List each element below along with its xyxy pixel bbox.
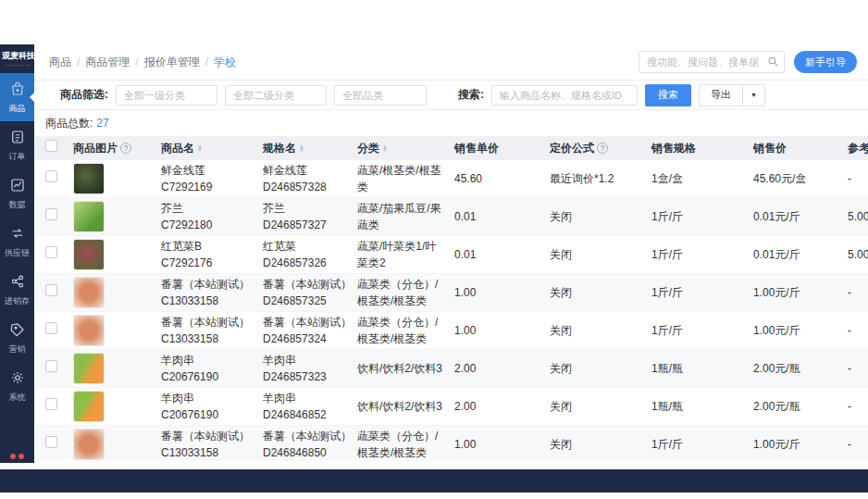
spec-name: 番薯（本站测试）	[263, 428, 350, 444]
product-image[interactable]	[73, 391, 105, 422]
sidebar-item-goods[interactable]: 商品	[0, 73, 34, 121]
col-formula-label: 定价公式	[550, 140, 594, 156]
product-category: 蔬菜/叶菜类1/叶菜类2	[353, 236, 451, 273]
category-level1-select[interactable]: 全部一级分类	[116, 85, 217, 106]
product-image[interactable]	[73, 239, 105, 270]
ref-cost: -	[844, 434, 868, 455]
product-name: 番薯（本站测试）	[161, 428, 255, 444]
table-row[interactable]: 芥兰 C7292180 芥兰 D246857327 蔬菜/茄果瓜豆/果蔬类 0.…	[34, 198, 868, 236]
export-button[interactable]: 导出	[699, 84, 743, 106]
breadcrumb-quotation-management[interactable]: 报价单管理	[144, 55, 200, 70]
sidebar-item-supply-chain[interactable]: 供应链	[0, 218, 34, 266]
table-row[interactable]: 番薯（本站测试） C13033158 番薯（本站测试） D246857324 蔬…	[34, 312, 868, 350]
product-category: 饮料/饮料2/饮料3	[353, 358, 451, 379]
spec-name: 红苋菜	[263, 238, 350, 255]
category-type-select[interactable]: 全部品类	[334, 85, 427, 106]
row-checkbox[interactable]	[45, 170, 57, 182]
tag-icon	[9, 321, 26, 341]
pricing-formula: 关闭	[546, 244, 648, 265]
product-image[interactable]	[73, 429, 105, 460]
breadcrumb-current-school: 学校	[214, 55, 236, 70]
beginner-guide-button[interactable]: 新手引导	[794, 51, 857, 73]
table-row[interactable]: 鲜金线莲 C7292169 鲜金线莲 D246857328 蔬菜/根茎类/根茎类…	[34, 160, 868, 198]
table-row[interactable]: 番薯（本站测试） C13033158 番薯（本站测试） D246857325 蔬…	[34, 274, 868, 312]
breadcrumb-separator: /	[205, 56, 208, 69]
sort-arrows-icon: ▲▼	[197, 144, 203, 152]
col-ref-cost-label: 参考成本价	[844, 138, 868, 158]
product-name: 芥兰	[161, 200, 255, 217]
sidebar-item-inventory[interactable]: 进销存	[0, 266, 34, 314]
row-checkbox[interactable]	[45, 246, 57, 258]
col-name-label: 商品名	[161, 140, 194, 156]
sidebar-item-marketing[interactable]: 营销	[0, 314, 34, 362]
filter-bar: 商品筛选: 全部一级分类 全部二级分类 全部品类 搜索: 搜索 导出 ▼	[34, 81, 868, 110]
share-nodes-icon	[9, 273, 26, 293]
global-help-search	[639, 51, 785, 73]
table-body: 鲜金线莲 C7292169 鲜金线莲 D246857328 蔬菜/根茎类/根茎类…	[34, 160, 868, 461]
product-image[interactable]	[73, 277, 105, 308]
breadcrumb-goods[interactable]: 商品	[49, 55, 71, 70]
help-question-icon[interactable]: ?	[120, 143, 131, 154]
select-all-checkbox[interactable]	[45, 140, 57, 152]
product-image[interactable]	[73, 163, 105, 194]
spec-name: 羊肉串	[263, 352, 350, 368]
category-level2-select[interactable]: 全部二级分类	[225, 85, 327, 106]
row-checkbox[interactable]	[45, 322, 57, 334]
col-category-sortable[interactable]: 分类 ▲▼	[353, 138, 451, 158]
gear-icon	[9, 369, 26, 389]
unit-price: 0.01	[451, 206, 546, 227]
sidebar: 观麦科技 商品 订单 数据	[0, 44, 34, 463]
export-caret-button[interactable]: ▼	[743, 84, 765, 106]
col-sale-price-label: 销售价	[750, 138, 844, 158]
taskbar	[0, 469, 868, 493]
table-row[interactable]: 羊肉串 C20676190 羊肉串 D246857323 饮料/饮料2/饮料3 …	[34, 350, 868, 388]
row-checkbox[interactable]	[45, 398, 57, 410]
help-question-icon[interactable]: ?	[597, 143, 608, 154]
product-image[interactable]	[73, 353, 105, 384]
search-label: 搜索:	[458, 87, 484, 103]
col-image-label: 商品图片	[73, 140, 118, 156]
unit-price: 1.00	[451, 282, 546, 303]
sale-price: 1.00元/斤	[750, 434, 844, 455]
row-checkbox[interactable]	[45, 284, 57, 296]
sidebar-item-label: 数据	[9, 199, 26, 211]
product-image[interactable]	[73, 201, 105, 232]
row-checkbox[interactable]	[45, 208, 57, 220]
chevron-down-icon: ▼	[750, 92, 757, 98]
sale-price: 0.01元/斤	[750, 206, 844, 227]
col-spec-sortable[interactable]: 规格名 ▲▼	[259, 138, 353, 158]
red-dot-badge	[10, 454, 16, 459]
sidebar-item-data[interactable]: 数据	[0, 169, 34, 218]
table-row[interactable]: 番薯（本站测试） C13033158 番薯（本站测试） D246846850 蔬…	[34, 426, 868, 461]
sidebar-item-label: 供应链	[5, 247, 30, 259]
product-category: 蔬菜类（分仓）/根茎类/根茎类	[353, 312, 451, 349]
search-button[interactable]: 搜索	[645, 84, 691, 106]
table-row[interactable]: 红苋菜B C7292176 红苋菜 D246857326 蔬菜/叶菜类1/叶菜类…	[34, 236, 868, 274]
col-name-sortable[interactable]: 商品名 ▲▼	[157, 138, 259, 158]
product-code: C13033158	[161, 293, 255, 309]
keyword-search-input[interactable]	[491, 85, 638, 106]
ref-cost: -	[844, 168, 868, 189]
pricing-formula: 最近询价*1.2	[546, 168, 648, 189]
search-icon[interactable]	[767, 56, 779, 70]
row-checkbox[interactable]	[45, 360, 57, 372]
sale-spec: 1瓶/瓶	[648, 396, 750, 417]
help-search-input[interactable]	[639, 51, 785, 73]
sort-arrows-icon: ▲▼	[382, 144, 388, 152]
breadcrumb-goods-management[interactable]: 商品管理	[85, 55, 130, 70]
sale-spec: 1斤/斤	[648, 206, 750, 227]
product-code: C20676190	[161, 406, 255, 423]
unit-price: 45.60	[451, 168, 546, 189]
unit-price: 2.00	[451, 358, 546, 379]
exchange-arrows-icon	[9, 225, 26, 244]
sidebar-item-label: 系统	[9, 392, 26, 404]
goods-bag-icon	[9, 81, 26, 100]
spec-name: 羊肉串	[263, 390, 350, 406]
sidebar-item-system[interactable]: 系统	[0, 362, 34, 410]
sale-spec: 1斤/斤	[648, 282, 750, 303]
table-row[interactable]: 羊肉串 C20676190 羊肉串 D246846852 饮料/饮料2/饮料3 …	[34, 388, 868, 426]
main-content: 商品 / 商品管理 / 报价单管理 / 学校 新手引导	[34, 44, 868, 461]
product-image[interactable]	[73, 315, 105, 346]
sidebar-item-orders[interactable]: 订单	[0, 121, 34, 169]
row-checkbox[interactable]	[45, 436, 57, 448]
